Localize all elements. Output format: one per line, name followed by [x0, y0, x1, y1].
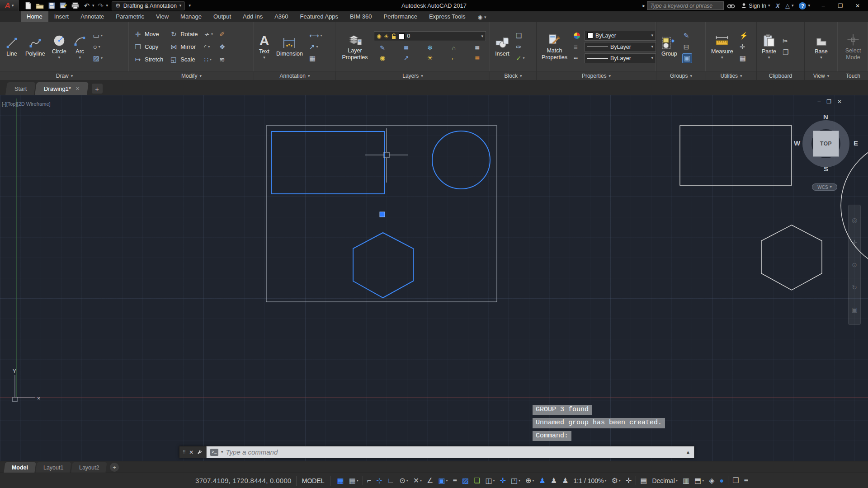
ungroup-button[interactable]: ⊟	[682, 42, 692, 52]
layer-freeze-icon[interactable]: ✻	[427, 45, 433, 51]
layer-properties-button[interactable]: Layer Properties	[339, 32, 371, 62]
lineweight-list-button[interactable]: ≡	[572, 42, 581, 52]
base-button[interactable]: Base ▾	[813, 33, 830, 61]
drag-grip-icon[interactable]: ⠿	[183, 450, 186, 455]
hatch-button[interactable]: ▨▾	[92, 53, 104, 63]
qat-customize-button[interactable]: ▾	[189, 4, 191, 8]
mirror-button[interactable]: ⋈Mirror	[168, 41, 199, 52]
ribbon-tab[interactable]: BIM 360	[344, 11, 377, 22]
object-snap-icon[interactable]: ▣▾	[436, 475, 450, 486]
ribbon-tab[interactable]: Annotate	[75, 11, 110, 22]
quick-select-button[interactable]: ⚡	[738, 31, 750, 41]
viewport-close-button[interactable]: ✕	[837, 99, 842, 105]
viewcube-east[interactable]: E	[854, 139, 858, 147]
array-button[interactable]: ∷▾	[203, 55, 215, 65]
units-value[interactable]: Decimal▾	[650, 475, 680, 486]
dimension-button[interactable]: Dimension	[274, 35, 305, 58]
command-close-icon[interactable]: ✕	[189, 449, 193, 455]
ortho-icon[interactable]: ∟	[385, 475, 397, 486]
layer-match-icon[interactable]: ✎	[380, 45, 385, 51]
grid-icon[interactable]: ▦	[335, 475, 346, 486]
change-to-current-layer-icon[interactable]: ≣	[404, 45, 409, 51]
save-button[interactable]	[46, 1, 57, 11]
viewcube-west[interactable]: W	[794, 139, 800, 147]
undo-dropdown[interactable]: ▾	[92, 4, 94, 8]
layer-previous-icon[interactable]: ↗	[404, 55, 409, 61]
new-file-button[interactable]	[23, 1, 33, 11]
customization-icon[interactable]: ≡	[742, 475, 750, 486]
navigation-bar[interactable]: ◎ ✛ ⊙ ↻ ▣	[848, 205, 861, 325]
command-input[interactable]	[226, 448, 684, 456]
layout-tab[interactable]: Layout2	[71, 462, 107, 473]
zoom-icon[interactable]: ⊙	[852, 261, 857, 268]
pan-icon[interactable]: ✛	[852, 239, 857, 246]
ellipse-button[interactable]: ○▾	[92, 42, 104, 52]
ribbon-tab[interactable]: Manage	[175, 11, 208, 22]
minimize-button[interactable]: –	[815, 0, 832, 11]
isolate-objects-icon[interactable]: ◈	[707, 475, 717, 486]
file-tab-start[interactable]: Start	[5, 82, 36, 95]
group-selection-toggle[interactable]: ▣	[682, 53, 692, 63]
panel-label-groups[interactable]: Groups▾	[656, 71, 706, 80]
ribbon-tab[interactable]: Add-ins	[237, 11, 269, 22]
line-button[interactable]: Line	[3, 35, 20, 58]
polar-tracking-icon[interactable]: ⊙▾	[397, 475, 410, 486]
dynamic-ucs-icon[interactable]: ✛	[498, 475, 508, 486]
manage-attributes-button[interactable]: ✓▾	[514, 53, 526, 63]
showmotion-icon[interactable]: ▣	[851, 306, 857, 313]
ribbon-tab[interactable]: Home	[21, 11, 48, 22]
ui-lock-icon[interactable]: ⬒▾	[692, 475, 706, 486]
ribbon-tab[interactable]: View	[150, 11, 175, 22]
help-button[interactable]: ? ▾	[798, 2, 811, 9]
layer-merge-icon[interactable]: ≣	[475, 55, 480, 61]
graphics-performance-icon[interactable]: ●	[717, 475, 726, 486]
move-button[interactable]: ✛Move	[132, 28, 165, 40]
annotation-monitor-icon[interactable]: ✛	[623, 475, 634, 486]
exchange-apps-button[interactable]: X	[775, 2, 781, 9]
lineweight-icon[interactable]: ≡	[451, 475, 459, 486]
viewport-restore-button[interactable]: ❐	[826, 99, 831, 105]
snap-mode-icon[interactable]: ▦▾	[347, 475, 361, 486]
create-block-button[interactable]: ❑	[514, 31, 526, 41]
ribbon-tab[interactable]: Insert	[48, 11, 75, 22]
panel-label-touch[interactable]: Touch	[838, 71, 868, 80]
fillet-button[interactable]: ◜▾	[203, 42, 215, 52]
search-input[interactable]	[647, 1, 724, 10]
quick-calculator-button[interactable]: ▦	[738, 53, 750, 63]
panel-label-clipboard[interactable]: Clipboard	[757, 71, 804, 80]
panel-label-view[interactable]: View▾	[805, 71, 838, 80]
workspace-switcher-icon[interactable]: ⚙▾	[609, 475, 623, 486]
ribbon-tab[interactable]: Featured Apps	[294, 11, 344, 22]
panel-label-layers[interactable]: Layers▾	[336, 71, 490, 80]
explode-button[interactable]: ❖	[218, 42, 226, 52]
redo-dropdown[interactable]: ▾	[106, 4, 108, 8]
layout-tab[interactable]: Model	[4, 462, 36, 473]
model-space-button[interactable]: MODEL	[296, 476, 330, 486]
annotation-visibility-icon[interactable]: ♟	[537, 475, 548, 486]
cut-button[interactable]: ✂	[781, 36, 790, 46]
polyline-button[interactable]: Polyline	[24, 35, 47, 58]
restore-button[interactable]: ❐	[832, 0, 849, 11]
table-button[interactable]: ▦	[308, 53, 324, 63]
redo-button[interactable]: ↷	[95, 1, 106, 11]
viewcube-south[interactable]: S	[824, 165, 828, 173]
panel-label-properties[interactable]: Properties▾	[537, 71, 656, 80]
linetype-list-button[interactable]: ┅	[572, 53, 581, 63]
circle-button[interactable]: Circle ▾	[50, 33, 68, 61]
drawing-area[interactable]: Y✕ [-][Top][2D Wireframe] – ❐ ✕ N W E S …	[0, 95, 868, 461]
transparency-icon[interactable]: ▨	[460, 475, 471, 486]
stretch-button[interactable]: ↦Stretch	[132, 54, 165, 65]
copy-clip-button[interactable]: ❐	[781, 47, 790, 57]
orbit-icon[interactable]: ↻	[852, 284, 857, 291]
a360-connect-button[interactable]: △ ▾	[784, 2, 795, 9]
ribbon-tab[interactable]: Performance	[378, 11, 423, 22]
search-expand-icon[interactable]: ▸	[643, 3, 646, 9]
scale-button[interactable]: ◱Scale	[168, 54, 199, 65]
arc-button[interactable]: Arc ▾	[71, 33, 89, 61]
recent-commands-icon[interactable]: ▾	[221, 450, 223, 454]
panel-label-block[interactable]: Block▾	[490, 71, 536, 80]
ribbon-options-button[interactable]: ◉ ▾	[478, 14, 486, 22]
infer-constraints-icon[interactable]: ⌐	[365, 475, 373, 486]
dynamic-input-icon[interactable]: ⊹	[374, 475, 384, 486]
offset-button[interactable]: ≋	[218, 55, 226, 65]
